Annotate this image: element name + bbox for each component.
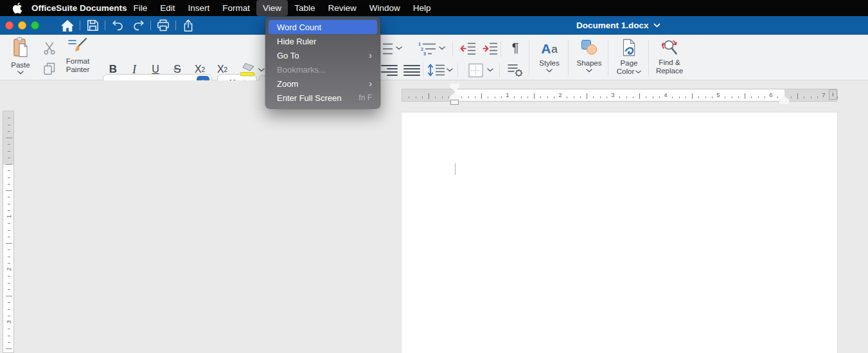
numbered-list-dropdown[interactable]: [395, 45, 403, 51]
window-controls: [5, 21, 39, 30]
menu-item-go-to[interactable]: Go To ›: [269, 48, 377, 62]
ruler-ticks: 1234567: [402, 89, 837, 101]
borders-dropdown[interactable]: [486, 67, 494, 73]
divider: [568, 40, 569, 76]
menu-item-word-count[interactable]: Word Count: [269, 20, 377, 34]
chevron-down-icon: [546, 69, 553, 73]
page-color-label: Page Color: [617, 59, 641, 76]
submenu-arrow-icon: ›: [369, 51, 372, 60]
italic-button[interactable]: I: [127, 62, 141, 77]
ruler-ticks: 123: [3, 111, 13, 352]
print-button[interactable]: [156, 18, 170, 33]
maximize-button[interactable]: [31, 21, 39, 30]
format-painter-icon: [67, 37, 88, 55]
close-button[interactable]: [5, 21, 13, 30]
print-icon: [157, 19, 170, 32]
underline-button[interactable]: U: [148, 62, 163, 77]
subscript-button[interactable]: X2: [213, 62, 231, 77]
home-icon: [61, 20, 74, 32]
menu-window[interactable]: Window: [363, 0, 407, 16]
apple-menu[interactable]: [13, 3, 22, 14]
paragraph-settings-icon: [507, 62, 524, 78]
apple-icon: [13, 3, 22, 14]
align-justify-button[interactable]: [403, 63, 421, 77]
menu-item-enter-full-screen[interactable]: Enter Full Screen fn F: [269, 91, 377, 105]
show-paragraph-marks-button[interactable]: ¶: [508, 39, 523, 57]
bold-button[interactable]: B: [105, 62, 121, 77]
text-cursor: [455, 163, 456, 175]
menu-shortcut: fn F: [359, 93, 372, 102]
cut-button[interactable]: [41, 40, 58, 57]
menu-help[interactable]: Help: [407, 0, 438, 16]
line-spacing-dropdown[interactable]: [446, 67, 454, 73]
menu-item-zoom[interactable]: Zoom ›: [269, 77, 377, 91]
borders-icon: [467, 62, 484, 78]
multilevel-list-button[interactable]: 123: [418, 40, 437, 57]
copy-button[interactable]: [41, 60, 58, 77]
paste-label: Paste: [11, 61, 30, 69]
redo-button[interactable]: [131, 18, 145, 33]
vertical-ruler[interactable]: 123: [3, 111, 14, 353]
document-page[interactable]: [402, 113, 837, 353]
svg-text:3: 3: [423, 51, 426, 55]
menu-item-hide-ruler[interactable]: Hide Ruler: [269, 34, 377, 48]
chevron-down-icon: [635, 70, 641, 74]
divider: [423, 63, 423, 77]
increase-indent-button[interactable]: [481, 40, 499, 57]
borders-button[interactable]: [466, 62, 485, 78]
save-button[interactable]: [85, 18, 100, 33]
home-button[interactable]: [60, 18, 75, 33]
title-bar: Document 1.docx: [0, 16, 868, 35]
find-replace-button[interactable]: Find &Replace: [650, 39, 689, 75]
submenu-arrow-icon: ›: [369, 79, 372, 88]
highlighter-icon: [238, 62, 256, 77]
app-name[interactable]: OfficeSuite Documents: [31, 3, 127, 13]
superscript-button[interactable]: X2: [191, 62, 209, 77]
page-color-button[interactable]: Page Color: [611, 39, 647, 76]
svg-text:1: 1: [418, 42, 421, 46]
undo-button[interactable]: [111, 18, 125, 33]
strikethrough-button[interactable]: S: [170, 62, 185, 77]
styles-button[interactable]: A a Styles: [531, 39, 567, 73]
line-spacing-button[interactable]: [427, 62, 445, 78]
highlight-color-dropdown[interactable]: [258, 67, 265, 73]
paste-button[interactable]: Paste: [4, 37, 37, 75]
decrease-indent-icon: [459, 41, 476, 55]
chevron-down-icon: [396, 46, 402, 50]
divider: [452, 41, 453, 57]
menu-view[interactable]: View: [256, 0, 288, 16]
cut-icon: [42, 41, 57, 55]
shapes-button[interactable]: Shapes: [571, 39, 607, 73]
titlebar-toolbar: [60, 16, 195, 35]
menu-review[interactable]: Review: [321, 0, 362, 16]
menu-format[interactable]: Format: [216, 0, 256, 16]
format-painter-button[interactable]: FormatPainter: [62, 37, 94, 74]
app-window: OfficeSuite Documents File Edit Insert F…: [0, 0, 868, 353]
menu-edit[interactable]: Edit: [154, 0, 181, 16]
share-icon: [182, 19, 194, 32]
left-indent-marker[interactable]: [450, 100, 459, 105]
multilevel-list-dropdown[interactable]: [438, 45, 446, 51]
view-menu-dropdown: Word Count Hide Ruler Go To › Bookmarks.…: [265, 17, 380, 109]
align-right-button[interactable]: [380, 63, 398, 77]
line-spacing-icon: [427, 62, 445, 78]
menu-file[interactable]: File: [127, 0, 154, 16]
share-button[interactable]: [181, 18, 195, 33]
highlight-color-button[interactable]: [238, 62, 257, 77]
undo-icon: [111, 19, 125, 32]
menu-table[interactable]: Table: [288, 0, 321, 16]
divider: [175, 21, 176, 30]
document-title-control[interactable]: Document 1.docx: [576, 16, 660, 35]
chevron-down-icon: [653, 23, 660, 28]
menu-insert[interactable]: Insert: [182, 0, 217, 16]
document-area: 1234567 123: [0, 80, 868, 353]
increase-indent-icon: [481, 41, 498, 55]
decrease-indent-button[interactable]: [459, 40, 477, 57]
chevron-down-icon: [586, 69, 592, 73]
svg-text:2: 2: [421, 47, 423, 51]
divider: [499, 63, 500, 77]
align-right-icon: [381, 65, 398, 76]
horizontal-ruler[interactable]: 1234567: [402, 89, 837, 102]
minimize-button[interactable]: [18, 21, 26, 30]
paragraph-settings-button[interactable]: [506, 62, 524, 78]
